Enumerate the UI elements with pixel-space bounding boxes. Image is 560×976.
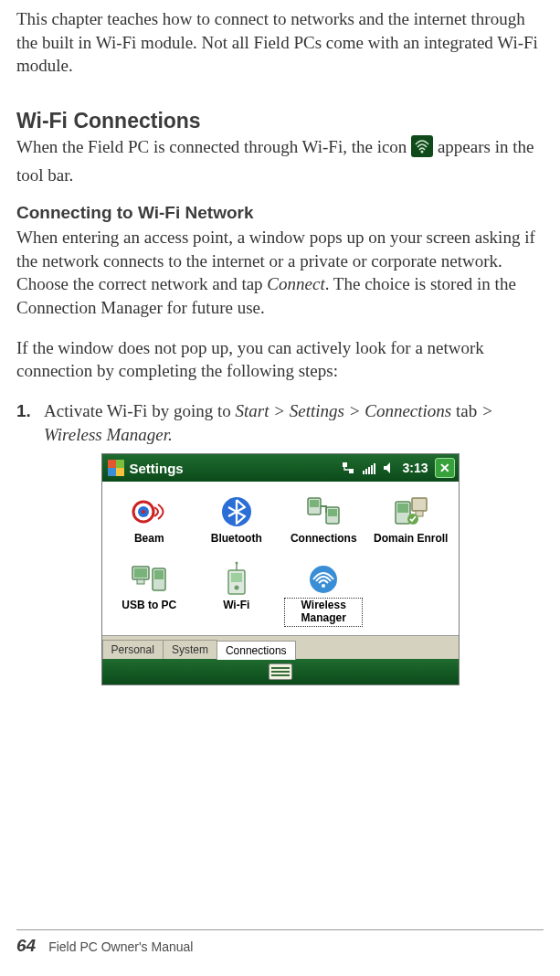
svg-rect-26	[154, 570, 164, 579]
settings-item-connections[interactable]: Connections	[284, 491, 363, 548]
svg-point-1	[421, 150, 424, 153]
svg-point-31	[235, 562, 238, 565]
heading-wifi-connections: Wi-Fi Connections	[16, 109, 544, 133]
settings-screenshot: Settings 3:13 ✕	[101, 453, 460, 685]
svg-rect-7	[371, 465, 373, 474]
connect-action: Connect	[267, 274, 324, 293]
para-text-pre: When the Field PC is connected through W…	[16, 137, 411, 156]
svg-point-33	[322, 584, 325, 588]
svg-rect-8	[374, 463, 375, 474]
signal-icon[interactable]	[362, 461, 376, 475]
keyboard-icon[interactable]	[269, 663, 292, 680]
tab-strip: Personal System Connections	[102, 635, 459, 659]
svg-rect-2	[343, 462, 347, 467]
svg-rect-24	[137, 579, 144, 584]
tab-personal[interactable]: Personal	[102, 640, 164, 659]
window-title: Settings	[130, 461, 336, 476]
svg-point-11	[142, 510, 145, 514]
settings-item-beam[interactable]: Beam	[110, 491, 188, 548]
svg-rect-6	[368, 467, 370, 474]
tab-connections[interactable]: Connections	[217, 641, 296, 660]
item-label: Domain Enroll	[374, 533, 448, 546]
wireless-manager-icon	[303, 560, 343, 597]
item-label: Beam	[134, 533, 164, 546]
svg-rect-19	[412, 498, 427, 511]
connecting-para-1: When entering an access point, a window …	[16, 226, 544, 320]
settings-item-wireless-manager[interactable]: Wireless Manager	[284, 557, 363, 628]
svg-point-29	[234, 586, 238, 590]
item-label: Wi-Fi	[223, 599, 249, 612]
svg-rect-0	[411, 135, 433, 157]
usb-to-pc-icon	[129, 560, 169, 597]
tab-system[interactable]: System	[163, 640, 217, 659]
item-label: Wireless Manager	[286, 599, 361, 625]
svg-rect-4	[363, 471, 365, 474]
step-1: 1. Activate Wi-Fi by going to Start > Se…	[16, 399, 544, 446]
page-number: 64	[16, 936, 36, 956]
svg-rect-3	[349, 469, 354, 473]
connections-icon	[303, 493, 343, 530]
wifi-icon-paragraph: When the Field PC is connected through W…	[16, 135, 544, 186]
page-footer: 64 Field PC Owner's Manual	[16, 929, 544, 956]
svg-rect-18	[397, 504, 408, 513]
settings-item-wifi[interactable]: Wi-Fi	[197, 557, 276, 615]
soft-key-bar	[102, 659, 459, 684]
chapter-intro: This chapter teaches how to connect to n…	[16, 7, 544, 78]
footer-title: Field PC Owner's Manual	[48, 939, 193, 954]
item-label: Bluetooth	[211, 533, 262, 546]
settings-item-bluetooth[interactable]: Bluetooth	[197, 491, 276, 548]
system-tray: 3:13 ✕	[341, 458, 454, 478]
wifi-status-icon	[411, 135, 433, 164]
beam-icon	[129, 493, 169, 530]
settings-item-usb-to-pc[interactable]: USB to PC	[110, 557, 188, 615]
wifi-icon	[217, 560, 257, 597]
svg-rect-5	[365, 469, 367, 474]
item-label: Connections	[291, 533, 357, 546]
connecting-para-2: If the window does not pop up, you can a…	[16, 336, 544, 383]
svg-rect-23	[134, 568, 147, 578]
bluetooth-icon	[217, 493, 257, 530]
clock-time[interactable]: 3:13	[402, 461, 428, 475]
window-title-bar: Settings 3:13 ✕	[102, 454, 459, 482]
connectivity-icon[interactable]	[341, 461, 355, 475]
settings-item-domain-enroll[interactable]: Domain Enroll	[372, 491, 450, 548]
step-number: 1.	[16, 399, 31, 423]
start-icon[interactable]	[108, 460, 124, 476]
close-button[interactable]: ✕	[435, 458, 455, 478]
item-label: USB to PC	[122, 599, 176, 612]
nav-path-1: Start > Settings > Connections	[235, 401, 451, 420]
svg-rect-14	[310, 500, 319, 507]
volume-icon[interactable]	[383, 461, 396, 475]
svg-rect-28	[231, 573, 242, 582]
domain-enroll-icon	[391, 493, 431, 530]
svg-rect-16	[328, 509, 337, 516]
settings-grid: Beam Bluetooth Connections	[102, 482, 459, 635]
heading-connecting-wifi: Connecting to Wi-Fi Network	[16, 203, 544, 223]
